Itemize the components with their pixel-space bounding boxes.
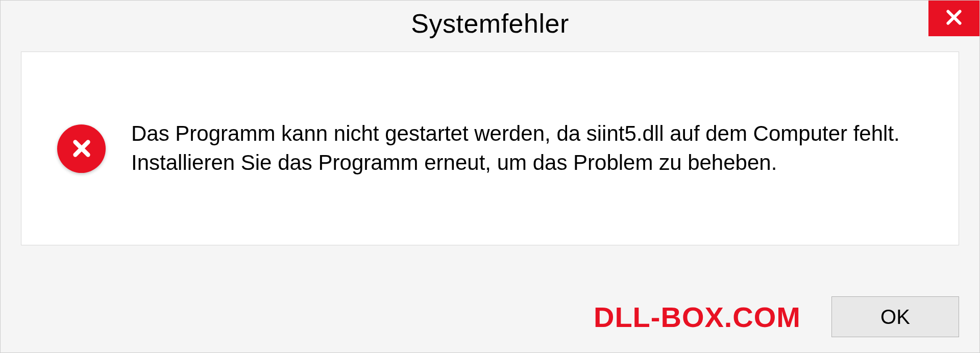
content-panel: Das Programm kann nicht gestartet werden… xyxy=(21,52,959,245)
dialog-title: Systemfehler xyxy=(411,8,569,39)
close-icon xyxy=(944,7,964,30)
dialog-footer: DLL-BOX.COM OK xyxy=(21,296,959,337)
title-bar: Systemfehler xyxy=(1,1,979,46)
ok-button[interactable]: OK xyxy=(831,296,959,337)
error-message: Das Programm kann nicht gestartet werden… xyxy=(131,119,922,177)
error-dialog: Systemfehler Das Programm kann nicht ges… xyxy=(0,0,980,353)
watermark-text: DLL-BOX.COM xyxy=(594,300,801,334)
ok-button-label: OK xyxy=(880,306,910,329)
error-icon xyxy=(57,124,106,173)
close-button[interactable] xyxy=(928,1,979,36)
